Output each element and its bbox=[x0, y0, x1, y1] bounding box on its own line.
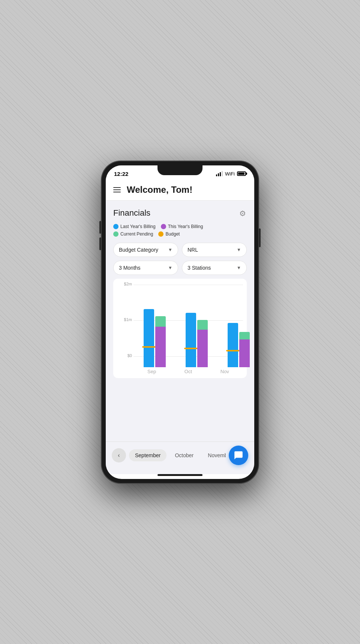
chevron-down-icon: ▼ bbox=[168, 247, 172, 252]
phone-screen: 12:22 WiFi Welcome, Tom! bbox=[106, 165, 254, 479]
nav-month-november[interactable]: November bbox=[202, 449, 226, 461]
months-label: 3 Months bbox=[119, 265, 141, 271]
legend-item-last-year: Last Year's Billing bbox=[113, 224, 156, 229]
chevron-down-icon: ▼ bbox=[168, 265, 172, 270]
stations-dropdown[interactable]: 3 Stations ▼ bbox=[182, 261, 247, 275]
chevron-down-icon: ▼ bbox=[237, 265, 241, 270]
bars-pair-nov bbox=[228, 323, 250, 367]
hamburger-line bbox=[113, 187, 121, 188]
content-area: Financials ⚙ Last Year's Billing This Ye… bbox=[106, 201, 254, 441]
nrl-dropdown[interactable]: NRL ▼ bbox=[182, 243, 247, 257]
nav-back-button[interactable]: ‹ bbox=[112, 448, 126, 462]
legend-color-budget bbox=[158, 231, 164, 237]
stations-label: 3 Stations bbox=[188, 265, 211, 271]
nav-month-september[interactable]: September bbox=[129, 449, 166, 461]
section-title: Financials bbox=[113, 208, 150, 218]
filter-row-1: Budget Category ▼ NRL ▼ bbox=[113, 243, 247, 257]
bar-oct-this-year bbox=[197, 320, 208, 367]
x-labels: Sep Oct Nov bbox=[117, 369, 243, 374]
signal-icon bbox=[216, 171, 223, 176]
y-label-0: $0 bbox=[117, 353, 132, 358]
legend-label-last-year: Last Year's Billing bbox=[120, 224, 156, 229]
legend-item-budget: Budget bbox=[158, 231, 180, 237]
hamburger-line bbox=[113, 192, 121, 192]
bar-group-nov bbox=[228, 323, 250, 367]
legend-item-current-pending: Current Pending bbox=[113, 231, 153, 237]
notch bbox=[158, 165, 202, 175]
section-header: Financials ⚙ bbox=[113, 208, 247, 219]
legend: Last Year's Billing This Year's Billing … bbox=[113, 224, 247, 237]
y-label-1m: $1m bbox=[117, 317, 132, 322]
legend-item-this-year: This Year's Billing bbox=[161, 224, 203, 229]
bar-nov-this-year bbox=[239, 332, 250, 367]
page-title: Welcome, Tom! bbox=[127, 185, 192, 195]
hamburger-line bbox=[113, 189, 121, 190]
legend-color-this-year bbox=[161, 224, 166, 229]
power-button bbox=[259, 228, 261, 247]
y-label-2m: $2m bbox=[117, 282, 132, 286]
bar-sep-last-year bbox=[144, 309, 154, 367]
nav-month-october[interactable]: October bbox=[169, 449, 200, 461]
home-indicator bbox=[158, 474, 202, 476]
status-time: 12:22 bbox=[114, 171, 128, 177]
chat-fab-button[interactable] bbox=[229, 446, 248, 465]
bar-nov-last-year bbox=[228, 323, 238, 367]
budget-line-sep bbox=[142, 346, 156, 348]
bar-group-sep bbox=[144, 309, 166, 367]
bars-group bbox=[134, 285, 254, 367]
budget-category-label: Budget Category bbox=[119, 247, 158, 253]
bottom-nav: ‹ September October November bbox=[106, 441, 254, 474]
bar-oct-last-year bbox=[186, 313, 196, 367]
chart-area: $2m $1m $0 bbox=[117, 285, 243, 367]
x-label-nov: Nov bbox=[213, 369, 236, 374]
chat-icon bbox=[234, 450, 243, 460]
phone-frame: 12:22 WiFi Welcome, Tom! bbox=[101, 161, 259, 483]
legend-color-last-year bbox=[113, 224, 118, 229]
x-label-oct: Oct bbox=[177, 369, 200, 374]
status-icons: WiFi bbox=[216, 171, 246, 177]
x-label-sep: Sep bbox=[141, 369, 163, 374]
back-arrow-icon: ‹ bbox=[118, 452, 120, 459]
app-header: Welcome, Tom! bbox=[106, 180, 254, 201]
legend-label-pending: Current Pending bbox=[120, 231, 153, 237]
months-dropdown[interactable]: 3 Months ▼ bbox=[113, 261, 178, 275]
filter-row-2: 3 Months ▼ 3 Stations ▼ bbox=[113, 261, 247, 275]
settings-button[interactable]: ⚙ bbox=[238, 208, 247, 219]
chevron-down-icon: ▼ bbox=[237, 247, 241, 252]
vol-down-button bbox=[99, 237, 101, 250]
vol-up-button bbox=[99, 221, 101, 234]
nav-months: September October November bbox=[129, 449, 226, 461]
legend-label-budget: Budget bbox=[165, 231, 180, 237]
hamburger-menu-button[interactable] bbox=[113, 187, 121, 192]
bar-group-oct bbox=[186, 313, 208, 367]
legend-color-pending bbox=[113, 231, 118, 237]
bar-sep-this-year bbox=[155, 316, 166, 367]
budget-category-dropdown[interactable]: Budget Category ▼ bbox=[113, 243, 178, 257]
budget-line-nov bbox=[226, 350, 240, 351]
budget-line-oct bbox=[184, 348, 198, 349]
battery-icon bbox=[237, 171, 246, 176]
legend-label-this-year: This Year's Billing bbox=[168, 224, 203, 229]
bars-pair-sep bbox=[144, 309, 166, 367]
nrl-label: NRL bbox=[188, 247, 198, 253]
chart-container: $2m $1m $0 bbox=[113, 279, 247, 378]
status-bar: 12:22 WiFi bbox=[106, 165, 254, 180]
bars-pair-oct bbox=[186, 313, 208, 367]
wifi-icon: WiFi bbox=[225, 171, 235, 177]
